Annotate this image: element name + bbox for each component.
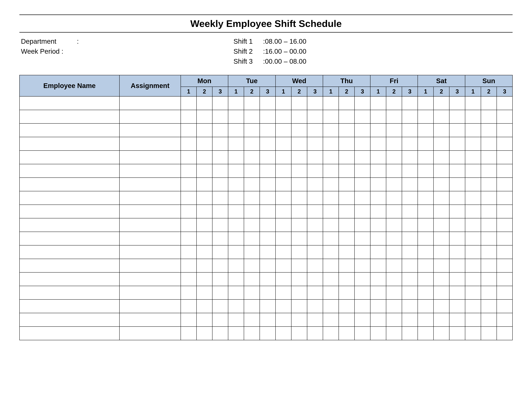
cell-shift[interactable] bbox=[386, 164, 402, 177]
cell-shift[interactable] bbox=[339, 245, 354, 259]
cell-shift[interactable] bbox=[402, 232, 418, 245]
cell-shift[interactable] bbox=[260, 272, 276, 286]
cell-shift[interactable] bbox=[228, 218, 244, 232]
cell-shift[interactable] bbox=[339, 299, 354, 313]
cell-shift[interactable] bbox=[244, 327, 260, 340]
cell-shift[interactable] bbox=[354, 313, 370, 327]
cell-shift[interactable] bbox=[197, 177, 212, 191]
cell-shift[interactable] bbox=[386, 286, 402, 299]
cell-shift[interactable] bbox=[323, 205, 339, 218]
cell-shift[interactable] bbox=[212, 327, 228, 340]
cell-assignment[interactable] bbox=[119, 177, 181, 191]
cell-shift[interactable] bbox=[228, 313, 244, 327]
cell-shift[interactable] bbox=[276, 272, 291, 286]
cell-shift[interactable] bbox=[386, 191, 402, 205]
cell-shift[interactable] bbox=[434, 313, 449, 327]
cell-shift[interactable] bbox=[402, 272, 418, 286]
cell-shift[interactable] bbox=[354, 96, 370, 110]
cell-shift[interactable] bbox=[449, 137, 465, 150]
cell-shift[interactable] bbox=[260, 191, 276, 205]
cell-shift[interactable] bbox=[354, 110, 370, 123]
cell-shift[interactable] bbox=[228, 191, 244, 205]
cell-shift[interactable] bbox=[197, 259, 212, 272]
cell-shift[interactable] bbox=[386, 313, 402, 327]
cell-shift[interactable] bbox=[481, 177, 497, 191]
cell-shift[interactable] bbox=[228, 286, 244, 299]
cell-shift[interactable] bbox=[402, 205, 418, 218]
cell-shift[interactable] bbox=[339, 137, 354, 150]
cell-shift[interactable] bbox=[228, 177, 244, 191]
cell-shift[interactable] bbox=[339, 286, 354, 299]
cell-shift[interactable] bbox=[434, 96, 449, 110]
cell-assignment[interactable] bbox=[119, 191, 181, 205]
cell-shift[interactable] bbox=[212, 137, 228, 150]
cell-shift[interactable] bbox=[212, 313, 228, 327]
cell-shift[interactable] bbox=[260, 110, 276, 123]
cell-shift[interactable] bbox=[307, 191, 323, 205]
cell-shift[interactable] bbox=[307, 110, 323, 123]
cell-shift[interactable] bbox=[434, 164, 449, 177]
cell-shift[interactable] bbox=[323, 150, 339, 164]
cell-shift[interactable] bbox=[228, 205, 244, 218]
cell-shift[interactable] bbox=[212, 232, 228, 245]
cell-shift[interactable] bbox=[465, 286, 481, 299]
cell-shift[interactable] bbox=[291, 110, 307, 123]
cell-shift[interactable] bbox=[449, 245, 465, 259]
cell-shift[interactable] bbox=[323, 177, 339, 191]
cell-shift[interactable] bbox=[212, 286, 228, 299]
cell-shift[interactable] bbox=[181, 191, 197, 205]
cell-shift[interactable] bbox=[181, 232, 197, 245]
cell-shift[interactable] bbox=[354, 299, 370, 313]
cell-shift[interactable] bbox=[449, 299, 465, 313]
cell-shift[interactable] bbox=[370, 150, 386, 164]
cell-shift[interactable] bbox=[291, 299, 307, 313]
cell-shift[interactable] bbox=[228, 232, 244, 245]
cell-shift[interactable] bbox=[307, 177, 323, 191]
cell-shift[interactable] bbox=[276, 123, 291, 137]
cell-shift[interactable] bbox=[497, 205, 513, 218]
cell-shift[interactable] bbox=[228, 123, 244, 137]
cell-shift[interactable] bbox=[434, 245, 449, 259]
cell-shift[interactable] bbox=[449, 164, 465, 177]
cell-shift[interactable] bbox=[370, 259, 386, 272]
cell-assignment[interactable] bbox=[119, 272, 181, 286]
cell-shift[interactable] bbox=[449, 177, 465, 191]
cell-shift[interactable] bbox=[323, 286, 339, 299]
cell-shift[interactable] bbox=[212, 259, 228, 272]
cell-shift[interactable] bbox=[354, 177, 370, 191]
cell-shift[interactable] bbox=[386, 137, 402, 150]
cell-shift[interactable] bbox=[386, 327, 402, 340]
cell-shift[interactable] bbox=[181, 218, 197, 232]
cell-shift[interactable] bbox=[228, 110, 244, 123]
cell-assignment[interactable] bbox=[119, 110, 181, 123]
cell-shift[interactable] bbox=[291, 96, 307, 110]
cell-shift[interactable] bbox=[386, 218, 402, 232]
cell-shift[interactable] bbox=[228, 96, 244, 110]
cell-shift[interactable] bbox=[434, 299, 449, 313]
cell-assignment[interactable] bbox=[119, 218, 181, 232]
cell-shift[interactable] bbox=[434, 123, 449, 137]
cell-shift[interactable] bbox=[260, 327, 276, 340]
cell-shift[interactable] bbox=[418, 245, 434, 259]
cell-shift[interactable] bbox=[449, 218, 465, 232]
cell-shift[interactable] bbox=[276, 191, 291, 205]
cell-shift[interactable] bbox=[481, 259, 497, 272]
cell-shift[interactable] bbox=[276, 327, 291, 340]
cell-shift[interactable] bbox=[481, 164, 497, 177]
cell-shift[interactable] bbox=[465, 177, 481, 191]
cell-shift[interactable] bbox=[449, 272, 465, 286]
cell-shift[interactable] bbox=[402, 218, 418, 232]
cell-shift[interactable] bbox=[276, 150, 291, 164]
cell-shift[interactable] bbox=[481, 232, 497, 245]
cell-shift[interactable] bbox=[181, 259, 197, 272]
cell-shift[interactable] bbox=[291, 259, 307, 272]
cell-shift[interactable] bbox=[339, 150, 354, 164]
cell-shift[interactable] bbox=[481, 327, 497, 340]
cell-shift[interactable] bbox=[497, 232, 513, 245]
cell-shift[interactable] bbox=[402, 137, 418, 150]
cell-assignment[interactable] bbox=[119, 327, 181, 340]
cell-shift[interactable] bbox=[323, 259, 339, 272]
cell-shift[interactable] bbox=[181, 299, 197, 313]
cell-assignment[interactable] bbox=[119, 299, 181, 313]
cell-shift[interactable] bbox=[497, 327, 513, 340]
